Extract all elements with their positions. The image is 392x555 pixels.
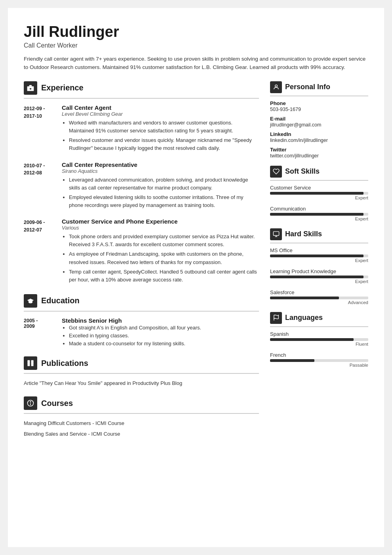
hard-skills-section: Hard Skills MS Office Expert Learning Pr… [270,228,368,305]
publication-item: Article "They Can Hear You Smile" appear… [24,379,259,388]
candidate-name: Jill Rudlinger [24,24,368,40]
right-column: Personal Info Phone 503-935-1679 E-mail … [270,81,368,447]
personal-info-title: Personal Info [285,83,330,91]
skill-bar-bg [270,276,368,278]
svg-rect-13 [273,232,279,236]
skill-bar-bg [270,297,368,299]
exp-company: Level Bevel Climbing Gear [62,111,259,117]
header: Jill Rudlinger Call Center Worker Friend… [24,24,368,72]
languages-header: Languages [270,312,368,324]
hard-skills-bars: MS Office Expert Learning Product Knowle… [270,247,368,305]
languages-icon [270,312,282,324]
exp-bullet: Employed elevated listening skills to so… [69,193,259,209]
exp-job-title: Call Center Representative [62,161,259,168]
languages-title: Languages [285,314,323,322]
exp-bullet: Worked with manufacturers and vendors to… [69,119,259,135]
edu-bullets: Got straight A's in English and Composit… [62,324,259,348]
exp-bullet: Took phone orders and provided exemplary… [69,233,259,249]
skill-name: Communication [270,206,368,212]
skill-bar-bg [270,359,368,362]
education-entry: 2005 -2009 Stebbins Senior High Got stra… [24,317,259,348]
edu-bullet: Made a student co-counselor for my liste… [69,340,259,348]
courses-items: Managing Difficult Customers - ICMI Cour… [24,419,259,438]
edu-bullet: Excelled in typing classes. [69,332,259,340]
skill-item: Learning Product Knowledge Expert [270,268,368,284]
publications-title: Publications [41,359,88,368]
skill-name: Salesforce [270,289,368,295]
edu-bullet: Got straight A's in English and Composit… [69,324,259,332]
experience-section: Experience 2012-09 -2017-10 Call Center … [24,81,259,285]
svg-rect-3 [28,360,30,366]
personal-info-divider [270,96,368,96]
exp-bullet: Resolved customer and vendor issues quic… [69,136,259,152]
soft-skills-header: Soft Skills [270,166,368,178]
exp-dates: 2012-09 -2017-10 [24,104,55,154]
courses-icon [24,396,37,410]
skill-level: Advanced [270,300,368,305]
skill-name: Learning Product Knowledge [270,268,368,274]
publications-section: Publications Article "They Can Hear You … [24,356,259,388]
exp-job-title: Customer Service and Phone Experience [62,218,259,225]
hard-skills-title: Hard Skills [285,230,322,238]
languages-bars: Spanish Fluent French Passable [270,331,368,367]
skill-bar-bg [270,255,368,257]
resume-container: Jill Rudlinger Call Center Worker Friend… [8,8,384,547]
skill-bar-fill [270,276,363,278]
left-column: Experience 2012-09 -2017-10 Call Center … [24,81,259,447]
personal-info-section: Personal Info Phone 503-935-1679 E-mail … [270,81,368,159]
exp-content: Customer Service and Phone Experience Va… [62,218,259,285]
skill-level: Expert [270,216,368,221]
skill-name: French [270,352,368,358]
experience-divider [24,98,259,99]
exp-job-title: Call Center Agent [62,104,259,111]
personal-info-icon [270,81,282,93]
skill-name: MS Office [270,247,368,253]
skill-bar-fill [270,359,314,362]
courses-divider [24,413,259,414]
soft-skills-title: Soft Skills [285,167,320,176]
education-title: Education [41,296,80,305]
skill-bar-fill [270,297,339,299]
skill-bar-bg [270,213,368,216]
edu-content: Stebbins Senior High Got straight A's in… [62,317,259,348]
exp-dates: 2010-07 -2012-08 [24,161,55,211]
soft-skills-icon [270,166,282,178]
exp-company: Sirano Aquatics [62,168,259,174]
education-divider [24,311,259,312]
skill-level: Passable [270,363,368,367]
info-label: Twitter [270,147,368,153]
exp-bullet: Temp call center agent, SpeedyCollect. H… [69,268,259,284]
skill-bar-fill [270,255,363,257]
info-value: linkedin.com/in/jillrudlinger [270,138,368,143]
hard-skills-header: Hard Skills [270,228,368,240]
svg-point-12 [275,85,277,87]
skill-level: Expert [270,258,368,263]
info-value: 503-935-1679 [270,107,368,112]
exp-bullet: Leveraged advanced communication, proble… [69,176,259,192]
courses-title: Courses [41,399,73,408]
education-entries: 2005 -2009 Stebbins Senior High Got stra… [24,317,259,348]
soft-skills-divider [270,180,368,181]
publications-items: Article "They Can Hear You Smile" appear… [24,379,259,388]
edu-school: Stebbins Senior High [62,317,259,324]
education-header: Education [24,294,259,308]
publications-header: Publications [24,356,259,370]
experience-title: Experience [41,83,84,92]
skill-level: Expert [270,195,368,200]
skill-level: Expert [270,279,368,284]
experience-icon [24,81,37,95]
info-label: Phone [270,100,368,106]
course-item: Managing Difficult Customers - ICMI Cour… [24,419,259,428]
skill-item: Customer Service Expert [270,185,368,200]
svg-rect-11 [30,403,31,405]
exp-bullets: Leveraged advanced communication, proble… [62,176,259,210]
education-section: Education 2005 -2009 Stebbins Senior Hig… [24,294,259,348]
personal-info-header: Personal Info [270,81,368,93]
skill-bar-bg [270,192,368,195]
courses-header: Courses [24,396,259,410]
info-value: twitter.com/jillrudlinger [270,153,368,159]
skill-name: Customer Service [270,185,368,191]
exp-dates: 2009-06 -2012-07 [24,218,55,285]
edu-dates: 2005 -2009 [24,317,55,348]
experience-entry: 2010-07 -2012-08 Call Center Representat… [24,161,259,211]
